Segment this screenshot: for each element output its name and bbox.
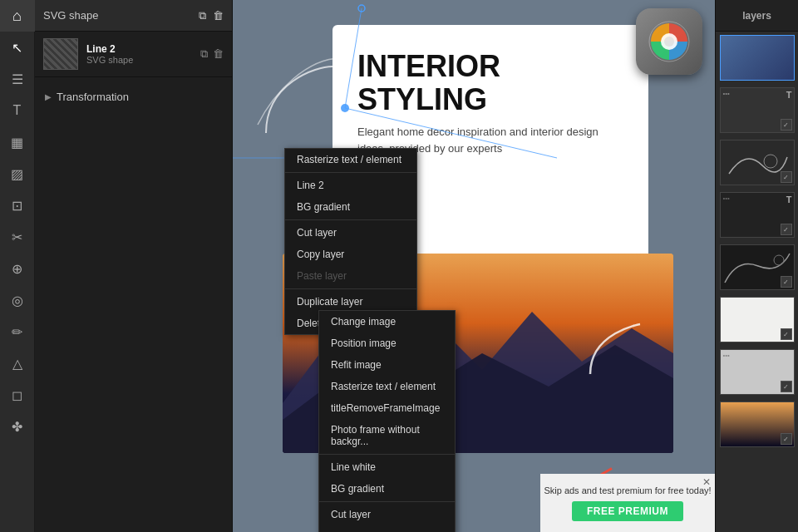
layer-thumbnail bbox=[43, 38, 78, 70]
layer-visibility-check-3[interactable]: ✓ bbox=[781, 224, 792, 235]
layer-thumb-item-1[interactable] bbox=[720, 35, 795, 81]
layer-thumb-item-2[interactable]: T ••• ✓ bbox=[720, 87, 795, 133]
layer-visibility-check-6[interactable]: ✓ bbox=[781, 381, 792, 392]
props-header-icons: ⧉ 🗑 bbox=[199, 9, 224, 22]
menu-item-position-image[interactable]: Position image bbox=[319, 332, 455, 354]
svg-point-8 bbox=[764, 155, 777, 168]
chevron-right-icon: ▶ bbox=[45, 92, 52, 101]
menu-divider-4 bbox=[319, 454, 455, 455]
layer-row: Line 2 SVG shape ⧉ 🗑 bbox=[35, 32, 232, 77]
crop-tool[interactable]: ⊡ bbox=[0, 190, 35, 221]
home-button[interactable]: ⌂ bbox=[0, 0, 35, 32]
props-panel-title: SVG shape bbox=[43, 9, 99, 22]
right-panel: layers T ••• ✓ ✓ T ••• ✓ ✓ ✓ ••• ✓ ✓ bbox=[715, 0, 798, 532]
left-toolbar: ⌂ ↖ ☰ T ▦ ▨ ⊡ ✂ ⊕ ◎ ✏ △ ◻ ✤ bbox=[0, 0, 35, 532]
menu-item-bg-gradient[interactable]: BG gradient bbox=[285, 196, 416, 218]
menu-item-line-white[interactable]: Line white bbox=[319, 456, 455, 478]
app-logo-graphic bbox=[646, 18, 692, 65]
triangle-tool[interactable]: △ bbox=[0, 347, 35, 379]
layer-thumb-item-8[interactable]: ✓ bbox=[720, 401, 795, 447]
grid-tool[interactable]: ▦ bbox=[0, 126, 35, 158]
text-tool[interactable]: T bbox=[0, 95, 35, 126]
transform-section: ▶ Transformation bbox=[35, 77, 232, 116]
adjust-tool[interactable]: ⊕ bbox=[0, 253, 35, 284]
properties-panel: SVG shape ⧉ 🗑 Line 2 SVG shape ⧉ 🗑 ▶ Tra… bbox=[35, 0, 233, 532]
props-panel-header: SVG shape ⧉ 🗑 bbox=[35, 0, 232, 32]
menu-item-refit-image[interactable]: Refit image bbox=[319, 354, 455, 376]
menu-item-rasterize[interactable]: Rasterize text / element bbox=[285, 149, 416, 170]
layer-thumb-item-4[interactable]: T ••• ✓ bbox=[720, 192, 795, 238]
select-tool[interactable]: ↖ bbox=[0, 32, 35, 63]
layer-visibility-check[interactable]: ✓ bbox=[781, 119, 792, 131]
premium-banner: ✕ Skip ads and test premium for free tod… bbox=[540, 474, 715, 532]
grid2-tool[interactable]: ✤ bbox=[0, 411, 35, 442]
menu-item-line2[interactable]: Line 2 bbox=[285, 175, 416, 196]
layer-type: SVG shape bbox=[86, 55, 192, 65]
close-banner-button[interactable]: ✕ bbox=[702, 476, 711, 488]
card-title: INTERIOR STYLING bbox=[357, 50, 623, 116]
layer-copy-icon[interactable]: ⧉ bbox=[200, 47, 208, 61]
pen-tool[interactable]: ✏ bbox=[0, 316, 35, 347]
app-icon bbox=[636, 8, 702, 75]
context-menu-secondary: Change image Position image Refit image … bbox=[318, 310, 456, 532]
pattern-tool[interactable]: ▨ bbox=[0, 158, 35, 190]
transform-header[interactable]: ▶ Transformation bbox=[35, 86, 232, 108]
layer-visibility-check-5[interactable]: ✓ bbox=[781, 328, 792, 340]
layers-tool[interactable]: ☰ bbox=[0, 63, 35, 95]
layer-thumb-graphic bbox=[44, 39, 77, 69]
cut-tool[interactable]: ✂ bbox=[0, 221, 35, 253]
app-icon-container bbox=[632, 0, 707, 129]
layer-visibility-check-7[interactable]: ✓ bbox=[781, 433, 792, 445]
menu-item-cut-layer-2[interactable]: Cut layer bbox=[319, 504, 455, 525]
free-premium-button[interactable]: FREE PREMIUM bbox=[572, 501, 683, 521]
svg-point-12 bbox=[664, 37, 674, 47]
props-copy-icon[interactable]: ⧉ bbox=[199, 9, 206, 22]
layer-thumb-item-6[interactable]: ✓ bbox=[720, 297, 795, 342]
layer-delete-icon[interactable]: 🗑 bbox=[213, 47, 224, 61]
layer-info: Line 2 SVG shape bbox=[86, 43, 192, 65]
circle-tool[interactable]: ◎ bbox=[0, 284, 35, 316]
layer-name: Line 2 bbox=[86, 43, 192, 55]
menu-item-bg-gradient-2[interactable]: BG gradient bbox=[319, 478, 455, 500]
white-curve-photo bbox=[582, 316, 648, 382]
layer-thumb-item-7[interactable]: ••• ✓ bbox=[720, 349, 795, 395]
layer-action-icons: ⧉ 🗑 bbox=[200, 47, 224, 61]
premium-text: Skip ads and test premium for free today… bbox=[544, 485, 711, 496]
menu-divider-2 bbox=[285, 219, 416, 220]
props-delete-icon[interactable]: 🗑 bbox=[213, 9, 224, 22]
layer-thumb-item-5[interactable]: ✓ bbox=[720, 244, 795, 290]
right-panel-header: layers bbox=[716, 0, 798, 32]
shape-tool[interactable]: ◻ bbox=[0, 379, 35, 411]
menu-divider bbox=[285, 172, 416, 173]
menu-item-cut-layer[interactable]: Cut layer bbox=[285, 222, 416, 244]
text-layer-icon-2: T bbox=[786, 195, 792, 204]
menu-divider-3 bbox=[285, 288, 416, 289]
menu-item-paste-layer: Paste layer bbox=[285, 265, 416, 287]
layer-visibility-check-2[interactable]: ✓ bbox=[781, 171, 792, 183]
text-layer-icon: T bbox=[786, 90, 792, 100]
layer-thumb-item-3[interactable]: ✓ bbox=[720, 140, 795, 185]
svg-point-9 bbox=[774, 255, 784, 265]
menu-item-copy-layer[interactable]: Copy layer bbox=[285, 244, 416, 265]
transform-label: Transformation bbox=[57, 91, 129, 103]
menu-item-rasterize-2[interactable]: Rasterize text / element bbox=[319, 376, 455, 397]
menu-item-title-remove-frame[interactable]: titleRemoveFrameImage bbox=[319, 397, 455, 419]
layer-visibility-check-4[interactable]: ✓ bbox=[781, 276, 792, 288]
menu-item-change-image[interactable]: Change image bbox=[319, 311, 455, 332]
menu-item-photo-frame[interactable]: Photo frame without backgr... bbox=[319, 419, 455, 452]
menu-item-copy-layer-2[interactable]: Copy layer bbox=[319, 525, 455, 532]
menu-divider-5 bbox=[319, 501, 455, 502]
context-menu-primary: Rasterize text / element Line 2 BG gradi… bbox=[284, 148, 417, 335]
